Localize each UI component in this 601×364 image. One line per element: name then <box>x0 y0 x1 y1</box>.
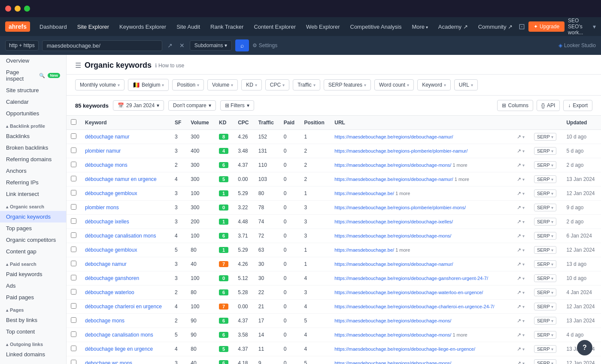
filters-button[interactable]: ⊞ Filters ▾ <box>220 100 254 111</box>
updated-header[interactable]: Updated <box>562 116 601 130</box>
serp-button[interactable]: SERP ▾ <box>534 204 556 211</box>
row-checkbox[interactable] <box>67 158 81 172</box>
sidebar-item-overview[interactable]: Overview <box>0 55 66 66</box>
sidebar-item-organic-keywords[interactable]: Organic keywords <box>0 211 66 223</box>
serp-button[interactable]: SERP ▾ <box>534 345 556 353</box>
select-all-checkbox[interactable] <box>67 116 81 130</box>
url-link[interactable]: https://maesdebouchage.be/regions/debouc… <box>334 276 488 281</box>
serp-button[interactable]: SERP ▾ <box>534 147 556 155</box>
keyword-link[interactable]: débouchage gembloux <box>85 247 137 253</box>
row-checkbox[interactable] <box>67 328 81 342</box>
trend-dropdown-icon[interactable]: ▾ <box>522 290 525 295</box>
belgium-filter[interactable]: 🇧🇪 Belgium ▾ <box>128 79 169 91</box>
sidebar-item-calendar[interactable]: Calendar <box>0 96 66 108</box>
keyword-link[interactable]: plombier namur <box>85 148 121 154</box>
sidebar-item-best-by-links[interactable]: Best by links <box>0 314 66 326</box>
volume-filter[interactable]: Volume ▾ <box>207 79 238 90</box>
keyword-link[interactable]: debochage canalisation mons <box>85 332 153 338</box>
export-button[interactable]: ↓ Export <box>563 100 592 111</box>
minimize-window-btn[interactable] <box>15 6 21 12</box>
monitor-icon[interactable]: ⊡ <box>519 22 525 31</box>
traffic-filter[interactable]: Traffic ▾ <box>293 79 320 90</box>
trend-dropdown-icon[interactable]: ▾ <box>522 191 525 196</box>
row-checkbox[interactable] <box>67 342 81 356</box>
trend-dropdown-icon[interactable]: ▾ <box>522 234 525 238</box>
row-checkbox[interactable] <box>67 187 81 201</box>
trend-icon[interactable]: ↗ <box>517 162 521 168</box>
trend-icon[interactable]: ↗ <box>517 332 521 338</box>
nav-keywords-explorer[interactable]: Keywords Explorer <box>115 21 170 33</box>
keyword-link[interactable]: débouchage mons <box>85 162 127 168</box>
compare-button[interactable]: Don't compare ▾ <box>168 100 216 111</box>
serp-button[interactable]: SERP ▾ <box>534 274 556 282</box>
upgrade-button[interactable]: ✦ Upgrade <box>528 21 565 32</box>
trend-icon[interactable]: ↗ <box>517 190 521 196</box>
sidebar-item-top-content[interactable]: Top content <box>0 326 66 337</box>
nav-site-audit[interactable]: Site Audit <box>172 21 204 33</box>
sidebar-item-opportunities[interactable]: Opportunities <box>0 108 66 119</box>
serp-button[interactable]: SERP ▾ <box>534 289 556 296</box>
sidebar-item-referring-ips[interactable]: Referring IPs <box>0 177 66 188</box>
search-button[interactable]: ⌕ <box>235 39 249 51</box>
row-checkbox[interactable] <box>67 257 81 271</box>
url-link[interactable]: https://maesdebouchage.be/regions/debouc… <box>334 346 475 352</box>
serp-button[interactable]: SERP ▾ <box>534 260 556 268</box>
subdomains-select[interactable]: Subdomains ▾ <box>190 40 232 51</box>
sidebar-item-referring-domains[interactable]: Referring domains <box>0 153 66 165</box>
nav-competitive-analysis[interactable]: Competitive Analysis <box>346 21 406 33</box>
trend-dropdown-icon[interactable]: ▾ <box>522 262 525 267</box>
row-checkbox[interactable] <box>67 215 81 229</box>
trend-icon[interactable]: ↗ <box>517 289 521 295</box>
volume-header[interactable]: Volume <box>186 116 215 130</box>
trend-dropdown-icon[interactable]: ▾ <box>522 220 525 224</box>
serp-button[interactable]: SERP ▾ <box>534 303 556 310</box>
row-checkbox[interactable] <box>67 243 81 257</box>
more-urls-link[interactable]: 1 more <box>394 191 410 196</box>
url-input[interactable] <box>42 40 162 51</box>
sidebar-item-broken-backlinks[interactable]: Broken backlinks <box>0 142 66 153</box>
url-link[interactable]: https://maesdebouchage.be/regions/debouc… <box>334 177 453 182</box>
trend-dropdown-icon[interactable]: ▾ <box>522 361 525 364</box>
serp-features-filter[interactable]: SERP features ▾ <box>324 79 371 90</box>
row-checkbox[interactable] <box>67 130 81 144</box>
trend-dropdown-icon[interactable]: ▾ <box>522 149 525 153</box>
keyword-link[interactable]: plombier mons <box>85 205 119 211</box>
sidebar-item-paid-keywords[interactable]: Paid keywords <box>0 268 66 280</box>
trend-icon[interactable]: ↗ <box>517 176 521 182</box>
trend-icon[interactable]: ↗ <box>517 247 521 253</box>
keyword-link[interactable]: debochage mons <box>85 318 124 324</box>
serp-button[interactable]: SERP ▾ <box>534 232 556 240</box>
trend-dropdown-icon[interactable]: ▾ <box>522 135 525 139</box>
trend-dropdown-icon[interactable]: ▾ <box>522 276 525 281</box>
row-checkbox[interactable] <box>67 271 81 286</box>
serp-button[interactable]: SERP ▾ <box>534 161 556 169</box>
serp-button[interactable]: SERP ▾ <box>534 218 556 226</box>
kd-filter[interactable]: KD ▾ <box>241 79 262 90</box>
kd-header[interactable]: KD <box>215 116 234 130</box>
url-filter[interactable]: URL ▾ <box>454 79 478 90</box>
nav-web-explorer[interactable]: Web Explorer <box>302 21 344 33</box>
url-link[interactable]: https://maesdebouchage.be/regions/debouc… <box>334 219 453 224</box>
row-checkbox[interactable] <box>67 314 81 328</box>
sidebar-item-anchors[interactable]: Anchors <box>0 165 66 177</box>
trend-dropdown-icon[interactable]: ▾ <box>522 205 525 210</box>
sidebar-item-top-pages[interactable]: Top pages <box>0 223 66 234</box>
url-link[interactable]: https://maesdebouchage.be/regions/debouc… <box>334 233 451 238</box>
more-urls-link[interactable]: 1 more <box>394 247 410 253</box>
row-checkbox[interactable] <box>67 286 81 300</box>
trend-dropdown-icon[interactable]: ▾ <box>522 248 525 253</box>
close-window-btn[interactable] <box>5 6 11 12</box>
keyword-link[interactable]: debochage wc mons <box>85 360 132 364</box>
url-link[interactable]: https://maesdebouchage.be/regions/debouc… <box>334 262 453 267</box>
nav-community[interactable]: Community ↗ <box>474 21 517 33</box>
monthly-volume-filter[interactable]: Monthly volume ▾ <box>75 79 124 90</box>
url-link[interactable]: https://maesdebouchage.be/regions/debouc… <box>334 304 494 309</box>
trend-icon[interactable]: ↗ <box>517 318 521 324</box>
more-urls-link[interactable]: 1 more <box>451 162 467 168</box>
url-link[interactable]: https://maesdebouchage.be/regions/debouc… <box>334 134 453 139</box>
protocol-select[interactable]: http + https <box>5 40 39 51</box>
keyword-link[interactable]: débouchage waterloo <box>85 289 134 295</box>
more-urls-link[interactable]: 1 more <box>451 332 467 337</box>
keyword-filter[interactable]: Keyword ▾ <box>417 79 451 90</box>
trend-dropdown-icon[interactable]: ▾ <box>522 304 525 309</box>
